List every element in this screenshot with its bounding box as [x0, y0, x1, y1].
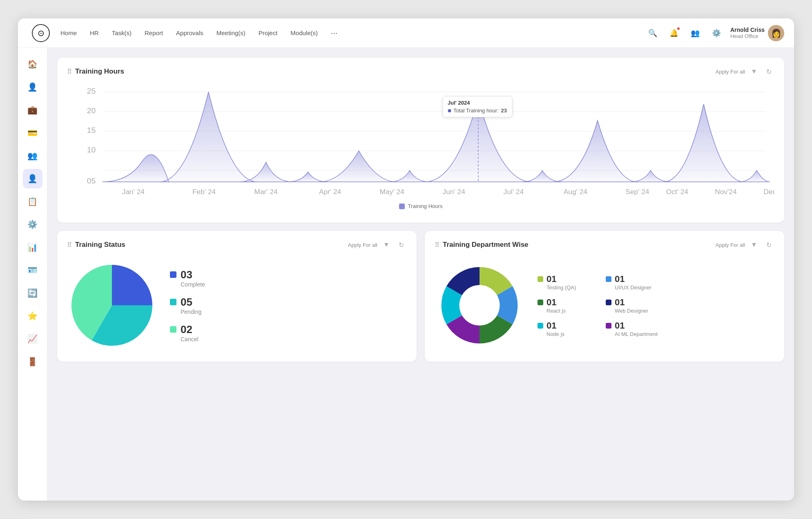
- refresh-icon[interactable]: ↻: [395, 239, 407, 251]
- nav-tasks[interactable]: Task(s): [112, 29, 132, 36]
- main-layout: 🏠 👤 💼 💳 👥 👤 📋 ⚙️ 📊 🪪 🔄 ⭐ 📈 🚪 ⠿ Train: [18, 48, 794, 501]
- avatar: 👩: [768, 25, 784, 41]
- settings-button[interactable]: ⚙️: [709, 26, 724, 40]
- training-hours-chart: Jul' 2024 Total Training hour: 23: [67, 84, 774, 215]
- pending-label: Pending: [181, 309, 205, 315]
- svg-text:Aug' 24: Aug' 24: [564, 188, 587, 196]
- sidebar-item-list[interactable]: 📋: [23, 192, 42, 211]
- svg-text:Jun' 24: Jun' 24: [443, 188, 465, 196]
- search-button[interactable]: 🔍: [645, 26, 660, 40]
- svg-text:Mar' 24: Mar' 24: [254, 188, 278, 196]
- sidebar-item-users[interactable]: 👤: [23, 169, 42, 188]
- complete-dot: [170, 271, 176, 278]
- apply-for-all-button[interactable]: Apply For all: [716, 242, 745, 248]
- pie-chart: [67, 260, 157, 350]
- logo[interactable]: ⊙: [28, 24, 54, 42]
- sidebar-item-awards[interactable]: ⭐: [23, 306, 42, 326]
- chart-svg: 25 20 15 10 05: [67, 84, 774, 198]
- sidebar-item-analytics[interactable]: 📊: [23, 237, 42, 257]
- nav-module[interactable]: Module(s): [290, 29, 318, 36]
- testing-dot: [538, 276, 543, 282]
- svg-text:Oct' 24: Oct' 24: [666, 188, 688, 196]
- node-dot: [538, 323, 543, 329]
- bottom-section: ⠿ Training Status Apply For all ▼ ↻: [57, 231, 784, 362]
- sidebar-item-settings[interactable]: ⚙️: [23, 215, 42, 234]
- legend-label: Training Hours: [408, 203, 443, 209]
- status-cancel: 02 Cancel: [170, 323, 205, 342]
- user-info[interactable]: Arnold Criss Head Office 👩: [730, 25, 784, 41]
- sidebar-item-briefcase[interactable]: 💼: [23, 100, 42, 120]
- chart-tooltip: Jul' 2024 Total Training hour: 23: [442, 96, 512, 117]
- dept-react: 01 React js: [538, 297, 589, 314]
- training-dept-title: ⠿ Training Department Wise: [435, 241, 529, 249]
- main-content: ⠿ Training Hours Apply For all ▼ ↻ Jul' …: [47, 48, 794, 501]
- dept-uiux: 01 UI/UX Designer: [606, 274, 658, 291]
- top-navigation: ⊙ Home HR Task(s) Report Approvals Meeti…: [18, 18, 794, 48]
- svg-text:Jul' 24: Jul' 24: [504, 188, 524, 196]
- nav-report[interactable]: Report: [145, 29, 163, 36]
- svg-text:25: 25: [87, 87, 96, 95]
- node-label: Node js: [547, 331, 589, 337]
- react-label: React js: [547, 308, 589, 314]
- filter-icon[interactable]: ▼: [748, 66, 760, 77]
- aiml-dot: [606, 323, 611, 329]
- team-button[interactable]: 👥: [688, 26, 703, 40]
- training-status-title: ⠿ Training Status: [67, 241, 125, 249]
- react-dot: [538, 300, 543, 305]
- sidebar: 🏠 👤 💼 💳 👥 👤 📋 ⚙️ 📊 🪪 🔄 ⭐ 📈 🚪: [18, 48, 47, 501]
- notifications-button[interactable]: 🔔: [667, 26, 681, 40]
- refresh-icon[interactable]: ↻: [763, 66, 774, 77]
- sidebar-item-profile[interactable]: 👤: [23, 77, 42, 97]
- dept-legend: 01 Testing (QA) 01 UI/UX Designer: [538, 274, 658, 337]
- sidebar-item-add-team[interactable]: 👥: [23, 146, 42, 166]
- webdesign-dot: [606, 300, 611, 305]
- status-complete: 03 Complete: [170, 268, 205, 288]
- filter-icon[interactable]: ▼: [748, 239, 760, 251]
- nav-meetings[interactable]: Meeting(s): [216, 29, 245, 36]
- nav-project[interactable]: Project: [259, 29, 278, 36]
- dept-testing: 01 Testing (QA): [538, 274, 589, 291]
- svg-text:Nov'24: Nov'24: [715, 188, 736, 196]
- card-header: ⠿ Training Hours Apply For all ▼ ↻: [67, 66, 774, 77]
- svg-text:Apr' 24: Apr' 24: [319, 188, 341, 196]
- nav-home[interactable]: Home: [60, 29, 77, 36]
- sidebar-item-payroll[interactable]: 💳: [23, 123, 42, 143]
- nav-approvals[interactable]: Approvals: [176, 29, 203, 36]
- chart-legend: Training Hours: [67, 203, 774, 209]
- svg-text:10: 10: [87, 146, 96, 154]
- cancel-dot: [170, 326, 176, 333]
- refresh-icon[interactable]: ↻: [763, 239, 774, 251]
- svg-text:Dec'24: Dec'24: [763, 188, 774, 196]
- filter-icon[interactable]: ▼: [381, 239, 392, 251]
- uiux-dot: [606, 276, 611, 282]
- dept-node: 01 Node js: [538, 320, 589, 337]
- sidebar-item-update[interactable]: 🔄: [23, 283, 42, 303]
- sidebar-item-logout[interactable]: 🚪: [23, 352, 42, 371]
- dept-aiml: 01 AI ML Department: [606, 320, 658, 337]
- donut-svg: [435, 260, 524, 350]
- status-content: 03 Complete 05 Pending: [67, 257, 407, 353]
- dept-webdesign: 01 Web Designer: [606, 297, 658, 314]
- svg-text:Feb' 24: Feb' 24: [192, 188, 216, 196]
- nav-hr[interactable]: HR: [90, 29, 99, 36]
- svg-text:20: 20: [87, 107, 96, 115]
- apply-for-all-button[interactable]: Apply For all: [348, 242, 377, 248]
- svg-text:Jan' 24: Jan' 24: [122, 188, 145, 196]
- nav-links: Home HR Task(s) Report Approvals Meeting…: [60, 28, 645, 38]
- nav-more-button[interactable]: ···: [331, 28, 338, 38]
- sidebar-item-home[interactable]: 🏠: [23, 54, 42, 74]
- svg-text:Sep' 24: Sep' 24: [625, 188, 649, 196]
- apply-for-all-button[interactable]: Apply For all: [716, 69, 745, 75]
- sidebar-item-reports[interactable]: 📈: [23, 329, 42, 349]
- pie-svg: [67, 260, 157, 350]
- uiux-label: UI/UX Designer: [615, 284, 658, 291]
- svg-point-25: [460, 285, 500, 326]
- complete-label: Complete: [181, 281, 205, 288]
- training-dept-card: ⠿ Training Department Wise Apply For all…: [425, 231, 784, 362]
- tooltip-title: Jul' 2024: [448, 100, 507, 106]
- tooltip-value: 23: [501, 107, 507, 114]
- drag-icon: ⠿: [435, 241, 439, 249]
- donut-chart: [435, 260, 524, 350]
- svg-text:05: 05: [87, 177, 96, 185]
- sidebar-item-contact[interactable]: 🪪: [23, 260, 42, 280]
